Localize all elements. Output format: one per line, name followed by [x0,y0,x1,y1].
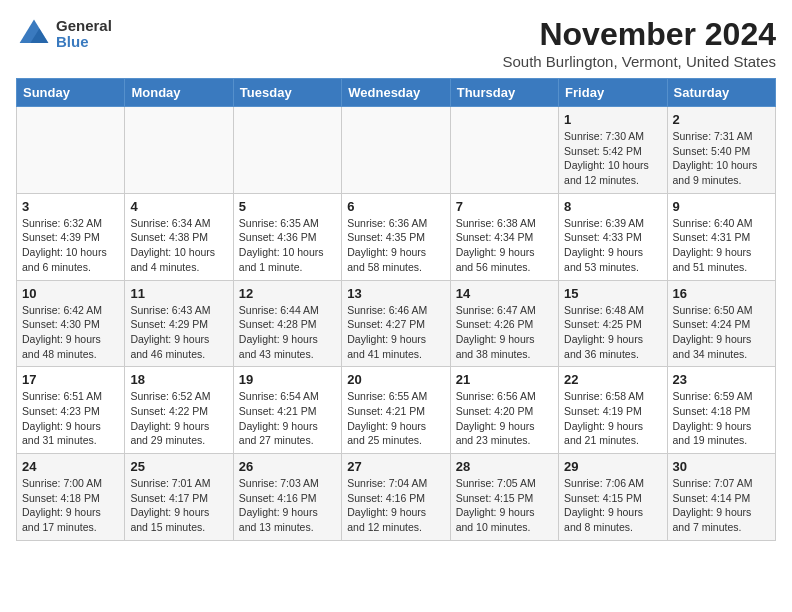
day-info: Sunrise: 7:03 AM Sunset: 4:16 PM Dayligh… [239,477,319,533]
day-number: 17 [22,372,119,387]
calendar-cell: 18Sunrise: 6:52 AM Sunset: 4:22 PM Dayli… [125,367,233,454]
day-info: Sunrise: 6:58 AM Sunset: 4:19 PM Dayligh… [564,390,644,446]
calendar-cell: 14Sunrise: 6:47 AM Sunset: 4:26 PM Dayli… [450,280,558,367]
calendar-cell [17,107,125,194]
day-info: Sunrise: 7:04 AM Sunset: 4:16 PM Dayligh… [347,477,427,533]
calendar-cell: 9Sunrise: 6:40 AM Sunset: 4:31 PM Daylig… [667,193,775,280]
calendar-cell: 10Sunrise: 6:42 AM Sunset: 4:30 PM Dayli… [17,280,125,367]
weekday-header-friday: Friday [559,79,667,107]
day-info: Sunrise: 6:38 AM Sunset: 4:34 PM Dayligh… [456,217,536,273]
week-row-1: 1Sunrise: 7:30 AM Sunset: 5:42 PM Daylig… [17,107,776,194]
calendar-cell: 8Sunrise: 6:39 AM Sunset: 4:33 PM Daylig… [559,193,667,280]
day-number: 1 [564,112,661,127]
calendar-cell [450,107,558,194]
calendar-cell: 13Sunrise: 6:46 AM Sunset: 4:27 PM Dayli… [342,280,450,367]
day-info: Sunrise: 6:52 AM Sunset: 4:22 PM Dayligh… [130,390,210,446]
calendar-cell: 12Sunrise: 6:44 AM Sunset: 4:28 PM Dayli… [233,280,341,367]
day-number: 3 [22,199,119,214]
calendar-cell: 16Sunrise: 6:50 AM Sunset: 4:24 PM Dayli… [667,280,775,367]
calendar-cell: 28Sunrise: 7:05 AM Sunset: 4:15 PM Dayli… [450,454,558,541]
calendar-cell: 11Sunrise: 6:43 AM Sunset: 4:29 PM Dayli… [125,280,233,367]
day-info: Sunrise: 6:56 AM Sunset: 4:20 PM Dayligh… [456,390,536,446]
calendar-cell: 17Sunrise: 6:51 AM Sunset: 4:23 PM Dayli… [17,367,125,454]
day-number: 7 [456,199,553,214]
calendar-cell: 27Sunrise: 7:04 AM Sunset: 4:16 PM Dayli… [342,454,450,541]
calendar-cell: 7Sunrise: 6:38 AM Sunset: 4:34 PM Daylig… [450,193,558,280]
day-info: Sunrise: 6:47 AM Sunset: 4:26 PM Dayligh… [456,304,536,360]
day-info: Sunrise: 6:43 AM Sunset: 4:29 PM Dayligh… [130,304,210,360]
calendar-cell: 22Sunrise: 6:58 AM Sunset: 4:19 PM Dayli… [559,367,667,454]
day-info: Sunrise: 7:30 AM Sunset: 5:42 PM Dayligh… [564,130,649,186]
day-number: 25 [130,459,227,474]
calendar-cell: 21Sunrise: 6:56 AM Sunset: 4:20 PM Dayli… [450,367,558,454]
day-info: Sunrise: 6:32 AM Sunset: 4:39 PM Dayligh… [22,217,107,273]
day-number: 30 [673,459,770,474]
day-info: Sunrise: 6:59 AM Sunset: 4:18 PM Dayligh… [673,390,753,446]
calendar-cell: 4Sunrise: 6:34 AM Sunset: 4:38 PM Daylig… [125,193,233,280]
day-number: 9 [673,199,770,214]
calendar-cell: 25Sunrise: 7:01 AM Sunset: 4:17 PM Dayli… [125,454,233,541]
day-number: 28 [456,459,553,474]
calendar-cell: 3Sunrise: 6:32 AM Sunset: 4:39 PM Daylig… [17,193,125,280]
day-info: Sunrise: 6:55 AM Sunset: 4:21 PM Dayligh… [347,390,427,446]
day-number: 23 [673,372,770,387]
day-number: 26 [239,459,336,474]
calendar-cell: 24Sunrise: 7:00 AM Sunset: 4:18 PM Dayli… [17,454,125,541]
day-number: 15 [564,286,661,301]
week-row-3: 10Sunrise: 6:42 AM Sunset: 4:30 PM Dayli… [17,280,776,367]
day-number: 24 [22,459,119,474]
logo: General Blue [16,16,112,52]
day-number: 22 [564,372,661,387]
day-number: 4 [130,199,227,214]
day-info: Sunrise: 7:06 AM Sunset: 4:15 PM Dayligh… [564,477,644,533]
day-number: 27 [347,459,444,474]
day-info: Sunrise: 7:00 AM Sunset: 4:18 PM Dayligh… [22,477,102,533]
day-info: Sunrise: 6:54 AM Sunset: 4:21 PM Dayligh… [239,390,319,446]
day-number: 8 [564,199,661,214]
calendar-cell: 30Sunrise: 7:07 AM Sunset: 4:14 PM Dayli… [667,454,775,541]
day-number: 11 [130,286,227,301]
header-area: General Blue November 2024 South Burling… [16,16,776,70]
day-number: 18 [130,372,227,387]
calendar-cell: 15Sunrise: 6:48 AM Sunset: 4:25 PM Dayli… [559,280,667,367]
weekday-header-wednesday: Wednesday [342,79,450,107]
logo-text: General Blue [56,18,112,51]
day-info: Sunrise: 6:35 AM Sunset: 4:36 PM Dayligh… [239,217,324,273]
day-info: Sunrise: 7:05 AM Sunset: 4:15 PM Dayligh… [456,477,536,533]
weekday-header-monday: Monday [125,79,233,107]
day-info: Sunrise: 6:34 AM Sunset: 4:38 PM Dayligh… [130,217,215,273]
calendar-cell: 1Sunrise: 7:30 AM Sunset: 5:42 PM Daylig… [559,107,667,194]
day-info: Sunrise: 7:07 AM Sunset: 4:14 PM Dayligh… [673,477,753,533]
day-number: 10 [22,286,119,301]
logo-blue-text: Blue [56,34,112,51]
day-info: Sunrise: 6:42 AM Sunset: 4:30 PM Dayligh… [22,304,102,360]
day-number: 14 [456,286,553,301]
day-info: Sunrise: 6:39 AM Sunset: 4:33 PM Dayligh… [564,217,644,273]
day-number: 6 [347,199,444,214]
day-info: Sunrise: 6:48 AM Sunset: 4:25 PM Dayligh… [564,304,644,360]
day-number: 20 [347,372,444,387]
page-title: November 2024 [503,16,777,53]
day-number: 16 [673,286,770,301]
day-info: Sunrise: 6:46 AM Sunset: 4:27 PM Dayligh… [347,304,427,360]
week-row-5: 24Sunrise: 7:00 AM Sunset: 4:18 PM Dayli… [17,454,776,541]
day-number: 21 [456,372,553,387]
calendar-cell [233,107,341,194]
day-info: Sunrise: 7:01 AM Sunset: 4:17 PM Dayligh… [130,477,210,533]
day-number: 13 [347,286,444,301]
calendar-cell: 23Sunrise: 6:59 AM Sunset: 4:18 PM Dayli… [667,367,775,454]
day-info: Sunrise: 6:36 AM Sunset: 4:35 PM Dayligh… [347,217,427,273]
day-number: 29 [564,459,661,474]
weekday-header-row: SundayMondayTuesdayWednesdayThursdayFrid… [17,79,776,107]
week-row-2: 3Sunrise: 6:32 AM Sunset: 4:39 PM Daylig… [17,193,776,280]
weekday-header-saturday: Saturday [667,79,775,107]
weekday-header-tuesday: Tuesday [233,79,341,107]
day-info: Sunrise: 6:40 AM Sunset: 4:31 PM Dayligh… [673,217,753,273]
day-number: 5 [239,199,336,214]
calendar-cell: 26Sunrise: 7:03 AM Sunset: 4:16 PM Dayli… [233,454,341,541]
day-info: Sunrise: 6:50 AM Sunset: 4:24 PM Dayligh… [673,304,753,360]
calendar-cell: 29Sunrise: 7:06 AM Sunset: 4:15 PM Dayli… [559,454,667,541]
day-number: 19 [239,372,336,387]
calendar-cell: 2Sunrise: 7:31 AM Sunset: 5:40 PM Daylig… [667,107,775,194]
day-info: Sunrise: 7:31 AM Sunset: 5:40 PM Dayligh… [673,130,758,186]
